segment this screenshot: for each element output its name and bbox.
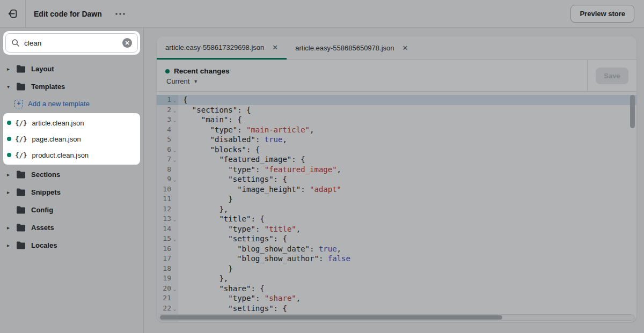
sidebar-folder-sections[interactable]: ▸Sections (0, 166, 143, 183)
sidebar-file-article.clean.json[interactable]: {/}article.clean.json (3, 115, 140, 131)
tab-article.easy-558685650978.json[interactable]: article.easy-558685650978.json✕ (287, 36, 416, 60)
code-text[interactable]: "type": "title", (178, 224, 301, 234)
code-line-8[interactable]: 8 "type": "featured_image", (157, 165, 636, 175)
line-number: 1 (167, 95, 171, 105)
code-text[interactable]: }, (178, 273, 228, 284)
sidebar-folder-templates[interactable]: ▾Templates (0, 78, 143, 95)
version-selector[interactable]: Current ▼ (166, 77, 587, 85)
chevron-right-icon[interactable]: ▸ (7, 242, 14, 248)
code-line-7[interactable]: 7⌄ "featured_image": { (157, 154, 636, 165)
tab-article.easy-558617329698.json[interactable]: article.easy-558617329698.json✕ (157, 36, 287, 60)
code-editor[interactable]: 1⌄{2⌄ "sections": {3⌄ "main": {4 "type":… (157, 92, 636, 322)
code-line-22[interactable]: 22⌄ "settings": { (157, 304, 636, 314)
clear-search-button[interactable]: ✕ (122, 38, 132, 48)
close-icon[interactable]: ✕ (272, 44, 278, 51)
code-text[interactable]: "sections": { (178, 105, 251, 115)
fold-toggle-icon[interactable]: ⌄ (171, 95, 178, 105)
fold-toggle-icon[interactable]: ⌄ (171, 234, 178, 244)
code-line-11[interactable]: 11 } (157, 194, 636, 204)
code-text[interactable]: "share": { (178, 284, 265, 294)
search-input[interactable] (24, 39, 122, 47)
code-line-6[interactable]: 6⌄ "blocks": { (157, 145, 636, 155)
chevron-right-icon[interactable]: ▸ (7, 225, 14, 231)
gutter-cell: 8 (157, 165, 178, 175)
code-text[interactable]: "featured_image": { (178, 154, 305, 165)
chevron-right-icon[interactable]: ▸ (7, 172, 14, 177)
code-text[interactable]: "type": "share", (178, 293, 301, 304)
fold-toggle-icon[interactable]: ⌄ (171, 145, 178, 155)
fold-spacer (171, 244, 178, 254)
fold-toggle-icon[interactable]: ⌄ (171, 105, 178, 115)
code-line-5[interactable]: 5 "disabled": true, (157, 135, 636, 145)
chevron-right-icon[interactable]: ▸ (7, 66, 14, 72)
token: : (319, 254, 328, 263)
code-text[interactable]: "blocks": { (178, 145, 260, 155)
code-text[interactable]: "settings": { (178, 304, 287, 314)
code-line-19[interactable]: 19 }, (157, 273, 636, 284)
code-text[interactable]: }, (178, 204, 228, 214)
fold-toggle-icon[interactable]: ⌄ (171, 115, 178, 125)
code-text[interactable]: "settings": { (178, 234, 287, 244)
code-line-1[interactable]: 1⌄{ (157, 95, 636, 105)
gutter-cell: 12 (157, 204, 178, 214)
code-text[interactable]: } (178, 194, 233, 204)
vertical-scrollbar[interactable] (630, 95, 635, 128)
sidebar-folder-snippets[interactable]: ▸Snippets (0, 183, 143, 201)
code-line-16[interactable]: 16 "blog_show_date": true, (157, 244, 636, 254)
code-text[interactable]: "blog_show_date": true, (178, 244, 341, 254)
exit-editor-button[interactable] (0, 0, 26, 28)
horizontal-scrollbar-thumb[interactable] (160, 315, 502, 320)
code-line-18[interactable]: 18 } (157, 264, 636, 274)
fold-toggle-icon[interactable]: ⌄ (171, 174, 178, 184)
sidebar-folder-config[interactable]: Config (0, 201, 143, 219)
close-icon[interactable]: ✕ (402, 45, 408, 51)
code-line-13[interactable]: 13⌄ "title": { (157, 214, 636, 224)
code-text[interactable]: "type": "featured_image", (178, 165, 341, 175)
sidebar-folder-locales[interactable]: ▸Locales (0, 236, 143, 254)
code-line-20[interactable]: 20⌄ "share": { (157, 284, 636, 294)
code-text[interactable]: "settings": { (178, 174, 287, 184)
code-text[interactable]: "image_height": "adapt" (178, 184, 341, 195)
fold-toggle-icon[interactable]: ⌄ (171, 154, 178, 165)
code-text[interactable]: "main": { (178, 115, 242, 125)
code-line-14[interactable]: 14 "type": "title", (157, 224, 636, 234)
code-text[interactable]: "disabled": true, (178, 135, 287, 145)
chevron-right-icon[interactable]: ▸ (7, 189, 14, 195)
preview-store-button[interactable]: Preview store (570, 5, 634, 23)
fold-toggle-icon[interactable]: ⌄ (171, 284, 178, 294)
fold-toggle-icon[interactable]: ⌄ (171, 304, 178, 314)
code-line-4[interactable]: 4 "type": "main-article", (157, 125, 636, 135)
tab-label: article.easy-558617329698.json (165, 43, 264, 51)
sidebar-folder-assets[interactable]: ▸Assets (0, 219, 143, 236)
chevron-down-icon[interactable]: ▾ (7, 84, 14, 90)
code-line-10[interactable]: 10 "image_height": "adapt" (157, 184, 636, 195)
folder-label: Sections (31, 171, 60, 179)
sidebar-file-page.clean.json[interactable]: {/}page.clean.json (3, 131, 140, 147)
code-line-17[interactable]: 17 "blog_show_author": false (157, 254, 636, 264)
folder-icon (16, 65, 26, 73)
search-input-box[interactable]: ✕ (5, 33, 138, 53)
fold-toggle-icon[interactable]: ⌄ (171, 214, 178, 224)
code-text[interactable]: { (178, 95, 187, 105)
token: "adapt" (310, 185, 341, 194)
code-text[interactable]: "type": "main-article", (178, 125, 314, 135)
token: "image_height" (237, 185, 301, 194)
code-line-2[interactable]: 2⌄ "sections": { (157, 105, 636, 115)
sidebar-folder-layout[interactable]: ▸Layout (0, 60, 143, 78)
code-line-15[interactable]: 15⌄ "settings": { (157, 234, 636, 244)
main-content: article.easy-558617329698.json✕article.e… (144, 28, 644, 333)
token: : { (237, 106, 251, 114)
more-actions-button[interactable] (112, 9, 129, 19)
sidebar-file-product.clean.json[interactable]: {/}product.clean.json (3, 147, 140, 163)
file-tree: ▸Layout▾Templates+Add a new template{/}a… (0, 60, 143, 254)
code-line-9[interactable]: 9⌄ "settings": { (157, 174, 636, 184)
code-line-3[interactable]: 3⌄ "main": { (157, 115, 636, 125)
code-text[interactable]: "blog_show_author": false (178, 254, 350, 264)
code-text[interactable]: } (178, 264, 233, 274)
code-line-21[interactable]: 21 "type": "share", (157, 293, 636, 304)
save-button[interactable]: Save (596, 68, 628, 84)
code-line-12[interactable]: 12 }, (157, 204, 636, 214)
gutter-cell: 1⌄ (157, 95, 178, 105)
add-template-button[interactable]: +Add a new template (0, 95, 143, 112)
code-text[interactable]: "title": { (178, 214, 265, 224)
